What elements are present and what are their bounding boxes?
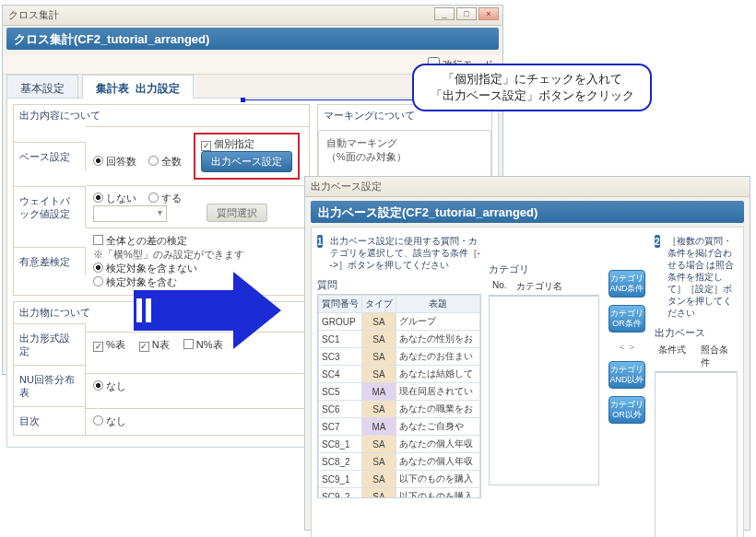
maximize-button[interactable]: □ [456, 7, 477, 20]
window-title: クロス集計 [8, 9, 59, 20]
question-panel: 1出力ベース設定に使用する質問・カテゴリを選択して、該当する条件［-->］ボタン… [317, 233, 481, 537]
col-cond: 条件式 [655, 342, 697, 371]
dialog-header-text: クロス集計(CF2_tutorial_arranged) [14, 32, 209, 46]
output-base-title: 出力ベース [655, 326, 738, 340]
output-base-header-text: 出力ベース設定(CF2_tutorial_arranged) [318, 205, 537, 219]
and-not-button[interactable]: カテゴリAND以外 [608, 361, 645, 389]
highlight-rect: 個別指定 出力ベース設定 [194, 133, 300, 180]
output-base-settings-button[interactable]: 出力ベース設定 [201, 151, 292, 172]
table-row[interactable]: SC9_2SA以下のものを購入 [319, 488, 480, 499]
table-row[interactable]: SC7MAあなたご自身や [319, 418, 480, 436]
base-radio-all[interactable]: 全数 [148, 155, 182, 169]
col-qnum: 質問番号 [319, 296, 362, 313]
marking-line1: 自動マーキング [326, 137, 397, 148]
col-cat-no: No. [489, 278, 513, 295]
table-row[interactable]: SC3SAあなたのお住まい [319, 348, 480, 366]
col-match: 照合条件 [697, 342, 738, 371]
callout-line2: 「出力ベース設定」ボタンをクリック [431, 88, 634, 102]
step2-text: ［複数の質問・条件を掲げ合わせる場合 は照合条件を指定して］［設定］ボタンを押し… [667, 235, 738, 319]
marking-line2: （%面のみ対象） [326, 151, 407, 162]
col-type: タイプ [362, 296, 396, 313]
toc-radio-none[interactable]: なし [93, 414, 126, 428]
sig-note: ※「横%型」のみ設定ができます [93, 249, 244, 260]
question-title: 質問 [317, 278, 481, 292]
weightback-select[interactable] [93, 205, 167, 222]
significance-label: 有意差検定 [14, 247, 86, 275]
or-button[interactable]: カテゴリOR条件 [608, 305, 645, 333]
pct-table-checkbox[interactable]: %表 [93, 338, 125, 352]
minimize-button[interactable]: _ [434, 7, 455, 20]
tab-basic[interactable]: 基本設定 [6, 75, 78, 99]
step2-badge: 2 [655, 235, 660, 248]
output-base-panel: 2［複数の質問・条件を掲げ合わせる場合 は照合条件を指定して］［設定］ボタンを押… [655, 233, 738, 537]
sig-vs-all-checkbox[interactable]: 全体との差の検定 [93, 234, 187, 248]
toc-label: 目次 [14, 406, 86, 435]
tab-output-label: 出力設定 [136, 82, 180, 95]
callout-pointer-line [242, 99, 417, 100]
nu-dist-label: NU回答分布表 [14, 365, 86, 406]
question-table[interactable]: 質問番号 タイプ 表題 GROUPSAグループSC1SAあなたの性別をおSC3S… [317, 294, 481, 498]
weightback-radio-on[interactable]: する [148, 192, 182, 205]
swap-icon: ＜＞ [617, 340, 637, 354]
output-base-wintitle: 出力ベース設定 [311, 181, 382, 192]
output-content-group: 出力内容について ベース設定 回答数 全数 個別指定 出力ベース設定 [13, 104, 310, 296]
table-row[interactable]: SC6SAあなたの職業をお [319, 401, 480, 418]
output-base-list[interactable] [655, 372, 738, 537]
col-title: 表題 [396, 296, 480, 313]
output-format-label: 出力形式設定 [14, 323, 86, 365]
table-row[interactable]: GROUPSAグループ [319, 313, 480, 331]
callout-line1: 「個別指定」にチェックを入れて [443, 72, 622, 86]
window-titlebar[interactable]: クロス集計 _ □ × [3, 6, 502, 26]
tab-aggregate[interactable]: 集計表 出力設定 [82, 75, 194, 99]
table-row[interactable]: SC9_1SA以下のものを購入 [319, 471, 480, 488]
nu-radio-none[interactable]: なし [93, 379, 126, 393]
instruction-callout: 「個別指定」にチェックを入れて 「出力ベース設定」ボタンをクリック [412, 64, 652, 111]
category-list[interactable] [489, 296, 599, 485]
tab-aggregate-label: 集計表 [96, 82, 129, 95]
output-base-header: 出力ベース設定(CF2_tutorial_arranged) [311, 201, 744, 223]
question-select-button[interactable]: 質問選択 [207, 204, 267, 222]
table-row[interactable]: SC5MA現在同居されてい [319, 383, 480, 401]
or-not-button[interactable]: カテゴリOR以外 [608, 396, 645, 424]
table-row[interactable]: SC8_2SAあなたの個人年収 [319, 453, 480, 471]
table-row[interactable]: SC1SAあなたの性別をお [319, 331, 480, 348]
individual-spec-checkbox[interactable]: 個別指定 [201, 137, 254, 151]
base-radio-answers[interactable]: 回答数 [93, 155, 136, 169]
output-base-dialog: 出力ベース設定 出力ベース設定(CF2_tutorial_arranged) 1… [304, 176, 750, 531]
output-base-body: 1出力ベース設定に使用する質問・カテゴリを選択して、該当する条件［-->］ボタン… [311, 227, 744, 537]
condition-buttons: カテゴリAND条件 カテゴリOR条件 ＜＞ カテゴリAND以外 カテゴリOR以外 [607, 233, 647, 537]
category-panel: カテゴリ No.カテゴリ名 [489, 233, 599, 537]
category-title: カテゴリ [489, 263, 599, 276]
step1-text: 出力ベース設定に使用する質問・カテゴリを選択して、該当する条件［-->］ボタンを… [330, 235, 481, 271]
big-arrow-icon [134, 272, 286, 349]
weightback-radio-off[interactable]: しない [93, 192, 136, 205]
base-label: ベース設定 [14, 142, 86, 170]
and-button[interactable]: カテゴリAND条件 [608, 270, 645, 298]
output-base-titlebar[interactable]: 出力ベース設定 [305, 177, 750, 197]
weightback-label: ウェイトバック値設定 [14, 186, 86, 228]
table-row[interactable]: SC8_1SAあなたの個人年収 [319, 436, 480, 453]
dialog-header: クロス集計(CF2_tutorial_arranged) [6, 28, 499, 50]
output-content-title: 出力内容について [14, 105, 309, 126]
step1-badge: 1 [317, 235, 323, 248]
col-cat-name: カテゴリ名 [513, 278, 566, 295]
close-button[interactable]: × [478, 7, 499, 20]
table-row[interactable]: SC4SAあなたは結婚して [319, 366, 480, 383]
